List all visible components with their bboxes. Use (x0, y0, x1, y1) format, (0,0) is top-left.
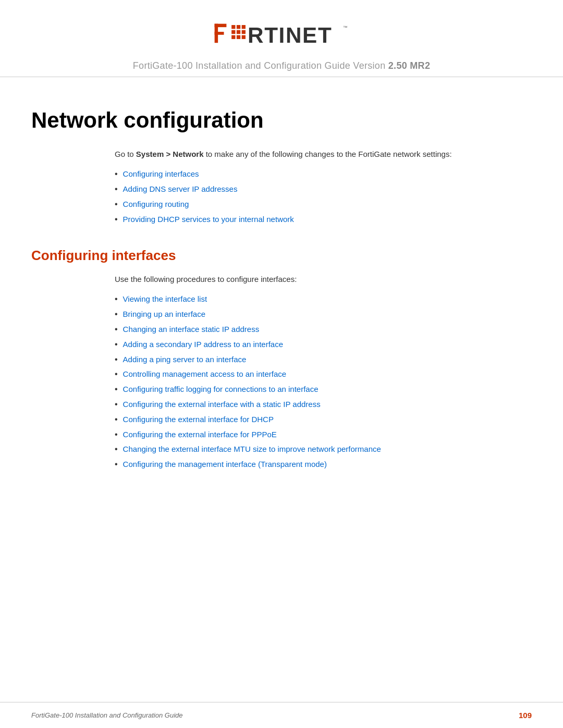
svg-rect-5 (242, 25, 246, 29)
list-item: Viewing the interface list (115, 292, 532, 307)
intro-paragraph: Go to System > Network to make any of th… (115, 148, 532, 161)
svg-rect-11 (242, 35, 246, 39)
page-container: RTINET ™ FortiGate-100 Installation and … (0, 0, 563, 728)
main-content: Network configuration Go to System > Net… (0, 88, 563, 728)
link-bringing-up-interface[interactable]: Bringing up an interface (123, 307, 205, 321)
link-external-static-ip[interactable]: Configuring the external interface with … (123, 397, 321, 411)
list-item: Providing DHCP services to your internal… (115, 212, 532, 227)
link-mtu-size[interactable]: Changing the external interface MTU size… (123, 442, 381, 456)
list-item: Configuring the external interface for P… (115, 427, 532, 442)
document-subtitle: FortiGate-100 Installation and Configura… (133, 60, 430, 71)
svg-text:™: ™ (343, 25, 348, 30)
list-item: Configuring the external interface for D… (115, 412, 532, 427)
link-dns-server[interactable]: Adding DNS server IP addresses (123, 182, 238, 196)
svg-text:RTINET: RTINET (248, 23, 332, 47)
list-item: Configuring the management interface (Tr… (115, 457, 532, 472)
list-item: Adding a secondary IP address to an inte… (115, 337, 532, 352)
svg-rect-9 (231, 35, 235, 39)
page-title: Network configuration (31, 108, 532, 132)
section-intro-block: Use the following procedures to configur… (115, 273, 532, 472)
list-item: Controlling management access to an inte… (115, 367, 532, 382)
link-traffic-logging[interactable]: Configuring traffic logging for connecti… (123, 382, 319, 396)
link-configuring-interfaces[interactable]: Configuring interfaces (123, 167, 199, 181)
list-item: Configuring interfaces (115, 167, 532, 182)
svg-rect-6 (231, 30, 235, 34)
list-item: Changing the external interface MTU size… (115, 442, 532, 457)
svg-rect-2 (215, 32, 224, 35)
link-management-interface[interactable]: Configuring the management interface (Tr… (123, 457, 327, 471)
fortinet-logo: RTINET ™ (214, 21, 349, 52)
header-divider (0, 77, 563, 77)
list-item: Changing an interface static IP address (115, 322, 532, 337)
footer-text: FortiGate-100 Installation and Configura… (31, 711, 183, 719)
list-item: Configuring routing (115, 197, 532, 212)
section-heading: Configuring interfaces (31, 248, 532, 264)
list-item: Bringing up an interface (115, 307, 532, 322)
svg-rect-10 (237, 35, 240, 39)
list-item: Adding a ping server to an interface (115, 352, 532, 367)
list-item: Configuring traffic logging for connecti… (115, 382, 532, 397)
link-management-access[interactable]: Controlling management access to an inte… (123, 367, 287, 381)
svg-rect-8 (242, 30, 246, 34)
list-item: Adding DNS server IP addresses (115, 182, 532, 197)
svg-rect-1 (215, 24, 227, 28)
link-secondary-ip[interactable]: Adding a secondary IP address to an inte… (123, 337, 283, 351)
page-footer: FortiGate-100 Installation and Configura… (0, 702, 563, 728)
link-external-dhcp[interactable]: Configuring the external interface for D… (123, 412, 274, 426)
logo-container: RTINET ™ (214, 21, 349, 54)
intro-block: Go to System > Network to make any of th… (115, 148, 532, 227)
top-links-list: Configuring interfaces Adding DNS server… (115, 167, 532, 227)
svg-rect-7 (237, 30, 240, 34)
link-ping-server[interactable]: Adding a ping server to an interface (123, 352, 247, 366)
svg-rect-4 (237, 25, 240, 29)
link-viewing-interface-list[interactable]: Viewing the interface list (123, 292, 207, 306)
svg-rect-3 (231, 25, 235, 29)
list-item: Configuring the external interface with … (115, 397, 532, 412)
section-intro-text: Use the following procedures to configur… (115, 273, 532, 286)
link-routing[interactable]: Configuring routing (123, 197, 189, 211)
page-number: 109 (519, 711, 532, 720)
section-links-list: Viewing the interface list Bringing up a… (115, 292, 532, 472)
link-changing-static-ip[interactable]: Changing an interface static IP address (123, 322, 260, 336)
page-header: RTINET ™ FortiGate-100 Installation and … (0, 0, 563, 88)
link-dhcp[interactable]: Providing DHCP services to your internal… (123, 212, 294, 226)
link-external-pppoe[interactable]: Configuring the external interface for P… (123, 427, 277, 441)
